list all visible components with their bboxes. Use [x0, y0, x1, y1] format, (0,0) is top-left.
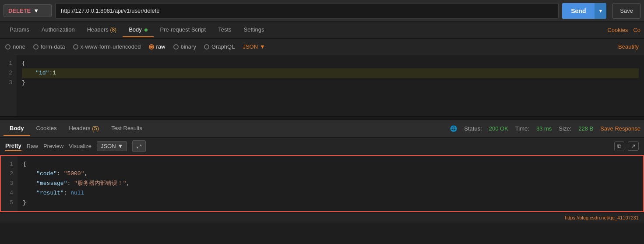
resp-json-dropdown-icon: ▼ — [118, 143, 123, 149]
format-visualize[interactable]: Visualize — [69, 141, 91, 151]
tab-headers[interactable]: Headers (8) — [81, 23, 123, 37]
request-tabs-left: Params Authorization Headers (8) Body Pr… — [4, 23, 270, 37]
format-pretty[interactable]: Pretty — [5, 141, 21, 151]
resp-tab-test-results[interactable]: Test Results — [105, 121, 148, 136]
bottom-bar: https://blog.csdn.net/qq_41107231 — [0, 212, 644, 223]
bottom-link[interactable]: https://blog.csdn.net/qq_41107231 — [565, 215, 639, 220]
line-num-1: 1 — [0, 59, 12, 68]
json-format-selector[interactable]: JSON ▼ — [243, 43, 265, 50]
radio-form-data[interactable]: form-data — [33, 43, 65, 50]
line-num-2: 2 — [0, 68, 12, 78]
resp-line-4: "result": null — [23, 188, 638, 198]
section-divider — [0, 117, 644, 120]
resp-line-num-1: 1 — [1, 159, 13, 169]
request-code-editor: 1 2 3 { "id":1 } — [0, 55, 644, 117]
resp-tab-headers[interactable]: Headers (5) — [63, 121, 105, 136]
size-value: 228 B — [578, 125, 593, 132]
size-label: Size: — [559, 125, 571, 132]
radio-urlencoded[interactable]: x-www-form-urlencoded — [73, 43, 141, 50]
save-button[interactable]: Save — [612, 3, 640, 19]
method-selector[interactable]: DELETE ▼ — [4, 4, 52, 17]
response-tabs-bar: Body Cookies Headers (5) Test Results 🌐 … — [0, 120, 644, 138]
req-line-3: } — [22, 78, 639, 88]
send-btn-group: Send ▼ — [562, 3, 606, 19]
request-line-numbers: 1 2 3 — [0, 55, 17, 116]
resp-line-5: } — [23, 198, 638, 208]
url-input[interactable] — [55, 3, 559, 19]
body-options-left: none form-data x-www-form-urlencoded raw… — [5, 43, 265, 50]
format-preview[interactable]: Preview — [43, 141, 63, 151]
response-format-bar: Pretty Raw Preview Visualize JSON ▼ ⇌ ⧉ … — [0, 138, 644, 155]
resp-headers-badge: (5) — [92, 125, 99, 131]
resp-line-num-3: 3 — [1, 179, 13, 188]
send-dropdown-button[interactable]: ▼ — [595, 3, 606, 19]
json-dropdown-icon: ▼ — [260, 43, 265, 50]
resp-line-num-4: 4 — [1, 188, 13, 198]
response-status-area: 🌐 Status: 200 OK Time: 33 ms Size: 228 B… — [450, 125, 640, 132]
format-raw[interactable]: Raw — [27, 141, 38, 151]
body-options-bar: none form-data x-www-form-urlencoded raw… — [0, 39, 644, 55]
expand-button[interactable]: ↗ — [628, 141, 639, 151]
cookies-link[interactable]: Cookies — [607, 27, 628, 33]
radio-form-data-dot — [33, 44, 39, 50]
time-value: 33 ms — [536, 125, 552, 132]
response-json-selector[interactable]: JSON ▼ — [97, 141, 127, 151]
tab-authorization[interactable]: Authorization — [35, 23, 81, 37]
request-code-content[interactable]: { "id":1 } — [17, 55, 644, 116]
status-value: 200 OK — [489, 125, 508, 132]
resp-line-num-2: 2 — [1, 169, 13, 179]
resp-tab-cookies[interactable]: Cookies — [30, 121, 63, 136]
tab-params[interactable]: Params — [4, 23, 35, 37]
resp-line-1: { — [23, 159, 638, 169]
response-tabs-left: Body Cookies Headers (5) Test Results — [4, 121, 148, 136]
response-code-content: { "code": "5000", "message": "服务器内部错误！",… — [18, 156, 643, 211]
body-dot — [144, 28, 148, 32]
wrap-button[interactable]: ⇌ — [132, 140, 146, 152]
radio-none[interactable]: none — [5, 43, 25, 50]
tab-prerequest[interactable]: Pre-request Script — [154, 23, 212, 37]
top-bar: DELETE ▼ Send ▼ Save — [0, 0, 644, 22]
method-text: DELETE — [8, 7, 31, 14]
request-tabs: Params Authorization Headers (8) Body Pr… — [0, 22, 644, 39]
resp-line-num-5: 5 — [1, 198, 13, 208]
request-tabs-right: Cookies Co — [607, 27, 640, 33]
beautify-link[interactable]: Beautify — [618, 43, 639, 50]
response-code-editor: 1 2 3 4 5 { "code": "5000", "message": "… — [0, 155, 644, 212]
status-label: Status: — [464, 125, 482, 132]
co-link[interactable]: Co — [633, 27, 640, 33]
method-dropdown-icon: ▼ — [33, 7, 39, 14]
headers-badge: (8) — [110, 27, 116, 33]
radio-binary-dot — [173, 44, 179, 50]
time-label: Time: — [515, 125, 529, 132]
resp-line-3: "message": "服务器内部错误！", — [23, 179, 638, 188]
radio-binary[interactable]: binary — [173, 43, 196, 50]
tab-tests[interactable]: Tests — [212, 23, 237, 37]
req-line-2: "id":1 — [22, 68, 639, 78]
copy-button[interactable]: ⧉ — [614, 141, 624, 151]
resp-line-2: "code": "5000", — [23, 169, 638, 179]
req-line-1: { — [22, 59, 639, 68]
resp-tab-body[interactable]: Body — [4, 121, 30, 136]
response-format-left: Pretty Raw Preview Visualize JSON ▼ ⇌ — [5, 140, 146, 152]
line-num-3: 3 — [0, 78, 12, 88]
send-button[interactable]: Send — [562, 3, 595, 19]
tab-body[interactable]: Body — [123, 23, 154, 37]
response-line-numbers: 1 2 3 4 5 — [1, 156, 18, 211]
globe-icon: 🌐 — [450, 125, 457, 132]
radio-raw-dot — [149, 44, 154, 50]
tab-settings[interactable]: Settings — [238, 23, 271, 37]
radio-graphql[interactable]: GraphQL — [204, 43, 235, 50]
radio-graphql-dot — [204, 44, 209, 50]
radio-none-dot — [5, 44, 11, 50]
radio-urlencoded-dot — [73, 44, 78, 50]
response-format-right: ⧉ ↗ — [614, 141, 639, 151]
radio-raw[interactable]: raw — [149, 43, 165, 50]
save-response-link[interactable]: Save Response — [600, 125, 640, 132]
